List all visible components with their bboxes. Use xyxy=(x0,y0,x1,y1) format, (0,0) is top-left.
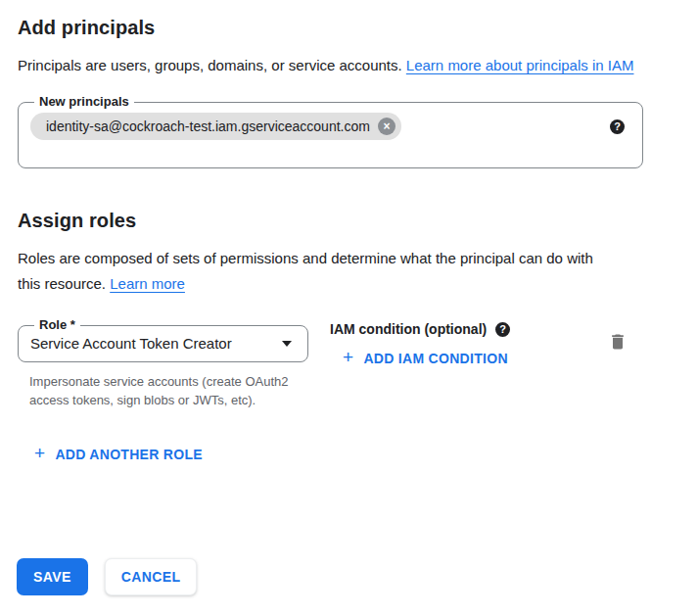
add-principals-title: Add principals xyxy=(18,16,680,39)
role-row: Role * Service Account Token Creator Imp… xyxy=(18,318,680,409)
learn-more-principals-link[interactable]: Learn more about principals in IAM xyxy=(406,57,634,73)
iam-condition-column: IAM condition (optional) ? + ADD IAM CON… xyxy=(330,318,510,367)
assign-roles-description-text: Roles are composed of sets of permission… xyxy=(18,250,593,292)
role-label: Role * xyxy=(34,318,80,332)
plus-icon: + xyxy=(34,444,45,462)
principal-chip: identity-sa@cockroach-test.iam.gservicea… xyxy=(30,113,401,140)
iam-condition-label: IAM condition (optional) xyxy=(330,321,487,337)
iam-condition-label-row: IAM condition (optional) ? xyxy=(330,321,510,337)
plus-icon: + xyxy=(343,348,353,366)
save-button[interactable]: SAVE xyxy=(17,558,88,595)
principal-chip-label: identity-sa@cockroach-test.iam.gservicea… xyxy=(46,118,370,134)
role-helper-text: Impersonate service accounts (create OAu… xyxy=(18,372,297,409)
new-principals-field[interactable]: New principals identity-sa@cockroach-tes… xyxy=(18,95,643,168)
new-principals-label: New principals xyxy=(34,95,134,109)
add-another-role-label: ADD ANOTHER ROLE xyxy=(55,447,203,462)
cancel-button[interactable]: CANCEL xyxy=(105,558,198,595)
assign-roles-title: Assign roles xyxy=(18,209,680,232)
trash-icon xyxy=(608,331,628,353)
new-principals-help-icon[interactable]: ? xyxy=(610,119,625,134)
role-select[interactable]: Role * Service Account Token Creator xyxy=(18,318,308,362)
role-value-row: Service Account Token Creator xyxy=(30,332,296,361)
new-principals-row: identity-sa@cockroach-test.iam.gservicea… xyxy=(30,109,630,167)
assign-roles-description: Roles are composed of sets of permission… xyxy=(18,246,613,297)
add-iam-condition-label: ADD IAM CONDITION xyxy=(363,351,507,366)
learn-more-roles-link[interactable]: Learn more xyxy=(110,275,185,292)
role-selected-value: Service Account Token Creator xyxy=(30,335,232,352)
delete-role-button[interactable] xyxy=(608,331,628,353)
add-principals-description-text: Principals are users, groups, domains, o… xyxy=(18,57,406,73)
add-principals-description: Principals are users, groups, domains, o… xyxy=(18,53,652,78)
dialog-actions: SAVE CANCEL xyxy=(17,558,197,595)
dropdown-arrow-icon xyxy=(282,341,292,347)
role-column: Role * Service Account Token Creator Imp… xyxy=(18,318,308,409)
iam-condition-help-icon[interactable]: ? xyxy=(495,322,510,337)
add-another-role-button[interactable]: + ADD ANOTHER ROLE xyxy=(34,446,203,462)
chip-remove-icon[interactable]: × xyxy=(378,118,396,135)
add-iam-condition-button[interactable]: + ADD IAM CONDITION xyxy=(343,350,508,366)
add-principals-panel: Add principals Principals are users, gro… xyxy=(0,0,698,616)
